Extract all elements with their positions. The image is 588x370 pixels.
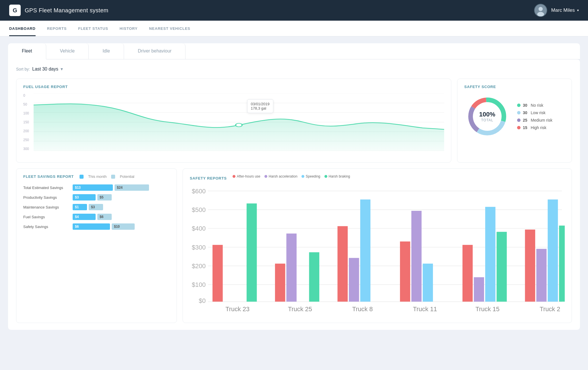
- svg-rect-54: [525, 229, 535, 301]
- safety-score-title: SAFETY SCORE: [464, 85, 565, 89]
- app-title: GPS Fleet Management system: [25, 7, 109, 14]
- savings-legend: This month Potential: [80, 174, 134, 179]
- after-hours-dot: [233, 175, 235, 178]
- top-charts-row: FUEL USAGE REPORT 300 250 200 150 100 50…: [16, 79, 572, 163]
- sr-legend: After-hours use Harsh acceleration Speed…: [233, 174, 350, 178]
- low-risk-dot: [517, 111, 521, 114]
- savings-bars-safety: $6 $10: [73, 223, 170, 230]
- safety-reports-title: SAFETY REPORTS: [190, 176, 227, 180]
- y-axis: 300 250 200 150 100 50 0: [23, 94, 31, 151]
- nav-item-fleet-status[interactable]: FLEET STATUS: [78, 21, 108, 36]
- header: G GPS Fleet Management system Marc Miles…: [0, 0, 588, 21]
- avatar[interactable]: [534, 4, 547, 17]
- svg-text:$400: $400: [192, 225, 206, 232]
- savings-bars-maintenance: $1 $3: [73, 204, 170, 210]
- bar-this-productivity: $3: [73, 194, 96, 200]
- bar-potential-maintenance: $3: [89, 204, 103, 210]
- tab-idle[interactable]: Idle: [89, 43, 124, 59]
- donut-percent: 100%: [479, 111, 495, 118]
- safety-legend: 30 No risk 30 Low risk 25 Medium risk: [517, 103, 552, 130]
- savings-item-total: Total Estimated Savings $13 $24: [23, 184, 170, 191]
- sort-label: Sort by:: [16, 67, 30, 71]
- sr-legend-speeding: Speeding: [301, 174, 320, 178]
- donut-center: 100% TOTAL: [479, 111, 495, 122]
- savings-header: FLEET SAVINGS REPORT This month Potentia…: [23, 174, 170, 179]
- logo: G: [9, 5, 21, 16]
- fuel-chart-title: FUEL USAGE REPORT: [23, 85, 444, 89]
- medium-risk-label: Medium risk: [531, 118, 552, 122]
- donut-container: 100% TOTAL: [464, 94, 510, 139]
- bar-this-maintenance: $1: [73, 204, 87, 210]
- svg-text:$100: $100: [192, 281, 206, 288]
- sort-select[interactable]: Last 30 days ▾: [32, 66, 63, 72]
- savings-item-maintenance: Maintenance Savings $1 $3: [23, 204, 170, 210]
- sr-legend-harsh-braking: Harsh braking: [324, 174, 350, 178]
- savings-label-total: Total Estimated Savings: [23, 186, 69, 190]
- safety-reports-card: SAFETY REPORTS After-hours use Harsh acc…: [183, 168, 572, 323]
- svg-text:Truck 11: Truck 11: [413, 305, 437, 313]
- bar-this-safety: $6: [73, 223, 110, 230]
- tab-fleet[interactable]: Fleet: [8, 43, 46, 59]
- nav-item-history[interactable]: HISTORY: [120, 21, 138, 36]
- main-nav: DASHBOARD REPORTS FLEET STATUS HISTORY N…: [0, 21, 588, 36]
- svg-text:$600: $600: [192, 188, 206, 195]
- high-risk-dot: [517, 126, 521, 129]
- donut-label: TOTAL: [479, 118, 495, 122]
- sort-row: Sort by: Last 30 days ▾: [16, 66, 572, 72]
- savings-label-safety: Safety Savings: [23, 225, 69, 229]
- harsh-braking-label: Harsh braking: [329, 174, 350, 178]
- user-name-text: Marc Miles: [551, 7, 575, 13]
- savings-bars-productivity: $3 $5: [73, 194, 170, 200]
- nav-item-dashboard[interactable]: DASHBOARD: [9, 21, 36, 36]
- svg-point-10: [236, 123, 242, 127]
- fleet-savings-card: FLEET SAVINGS REPORT This month Potentia…: [16, 168, 177, 323]
- nav-item-reports[interactable]: REPORTS: [47, 21, 67, 36]
- bar-potential-safety: $10: [112, 223, 135, 230]
- svg-rect-44: [400, 242, 410, 302]
- savings-label-fuel: Fuel Savings: [23, 215, 69, 219]
- sr-legend-after-hours: After-hours use: [233, 174, 260, 178]
- user-menu[interactable]: Marc Miles ▾: [551, 7, 579, 13]
- savings-item-fuel: Fuel Savings $4 $6: [23, 214, 170, 220]
- medium-risk-dot: [517, 118, 521, 122]
- svg-rect-37: [309, 252, 320, 301]
- savings-item-productivity: Productivity Savings $3 $5: [23, 194, 170, 200]
- svg-rect-51: [485, 207, 496, 301]
- safety-score-card: SAFETY SCORE: [457, 79, 572, 163]
- svg-rect-40: [349, 258, 359, 301]
- svg-point-2: [537, 12, 544, 16]
- svg-text:Truck 15: Truck 15: [475, 305, 500, 313]
- svg-text:Truck 8: Truck 8: [352, 305, 373, 313]
- svg-rect-46: [423, 264, 433, 302]
- svg-rect-29: [212, 245, 223, 302]
- this-month-swatch: [80, 175, 84, 179]
- svg-rect-39: [337, 226, 348, 301]
- header-right: Marc Miles ▾: [534, 4, 579, 17]
- svg-text:Truck 23: Truck 23: [225, 305, 249, 313]
- harsh-braking-dot: [324, 175, 327, 178]
- tab-vehicle[interactable]: Vehicle: [46, 43, 89, 59]
- savings-bars-fuel: $4 $6: [73, 214, 170, 220]
- bottom-charts-row: FLEET SAVINGS REPORT This month Potentia…: [16, 168, 572, 323]
- savings-label-productivity: Productivity Savings: [23, 195, 69, 200]
- medium-risk-count: 25: [523, 118, 527, 122]
- bar-this-total: $13: [73, 184, 113, 191]
- svg-rect-49: [463, 245, 473, 302]
- nav-item-nearest-vehicles[interactable]: NEAREST VEHICLES: [149, 21, 190, 36]
- tab-driver-behaviour[interactable]: Driver behaviour: [124, 43, 185, 59]
- low-risk-label: Low risk: [531, 110, 546, 115]
- sort-value: Last 30 days: [32, 67, 58, 72]
- svg-rect-45: [411, 211, 422, 302]
- high-risk-label: High risk: [531, 125, 546, 130]
- savings-rows: Total Estimated Savings $13 $24 Producti…: [23, 184, 170, 230]
- fuel-chart-svg: [34, 94, 444, 151]
- safety-reports-svg: $600 $500 $400 $300 $200 $100 $0: [190, 185, 565, 316]
- legend-low-risk: 30 Low risk: [517, 110, 552, 115]
- main-content: Fleet Vehicle Idle Driver behaviour Sort…: [0, 36, 588, 344]
- chevron-down-icon: ▾: [577, 8, 579, 12]
- no-risk-count: 30: [523, 103, 527, 108]
- sr-chart-container: $600 $500 $400 $300 $200 $100 $0: [190, 185, 565, 317]
- svg-point-1: [539, 7, 543, 11]
- legend-high-risk: 15 High risk: [517, 125, 552, 130]
- donut-row: 100% TOTAL 30 No risk 30 L: [464, 94, 565, 139]
